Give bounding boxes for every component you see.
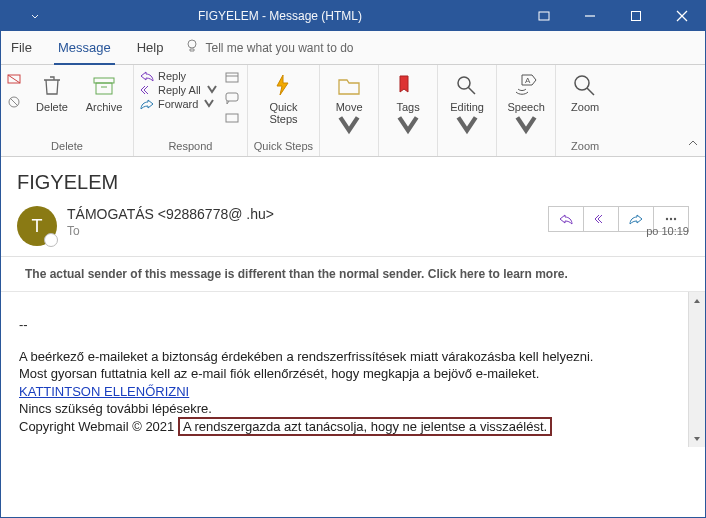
ribbon-group-tags: Tags bbox=[379, 65, 438, 156]
sender-avatar[interactable]: T bbox=[17, 206, 57, 246]
tags-label: Tags bbox=[385, 101, 431, 141]
body-p3: Nincs szükség további lépésekre. bbox=[19, 400, 674, 418]
reply-all-button[interactable]: Reply All bbox=[140, 84, 219, 96]
delete-label: Delete bbox=[36, 101, 68, 113]
ribbon-tabs: File Message Help Tell me what you want … bbox=[1, 31, 705, 65]
tab-help[interactable]: Help bbox=[133, 31, 168, 64]
tell-me-placeholder: Tell me what you want to do bbox=[205, 41, 353, 55]
message-subject: FIGYELEM bbox=[17, 171, 689, 194]
svg-rect-11 bbox=[94, 78, 114, 83]
close-button[interactable] bbox=[659, 1, 705, 31]
body-copyright: Copyright Webmail © 2021 A rendszergazda… bbox=[19, 418, 674, 436]
body-p1: A beérkező e-maileket a biztonság érdeké… bbox=[19, 348, 674, 366]
forward-button[interactable]: Forward bbox=[140, 98, 219, 110]
junk-icon[interactable] bbox=[7, 95, 23, 112]
respond-extra-column bbox=[225, 68, 241, 129]
window-controls bbox=[521, 1, 705, 31]
message-body-wrap: -- A beérkező e-maileket a biztonság érd… bbox=[1, 291, 705, 447]
archive-label: Archive bbox=[86, 101, 123, 113]
delete-button[interactable]: Delete bbox=[29, 68, 75, 113]
body-boxed-warning: A rendszergazda azt tanácsolja, hogy ne … bbox=[178, 417, 552, 436]
ribbon-group-editing: Editing bbox=[438, 65, 497, 156]
qat-dropdown-icon[interactable] bbox=[31, 9, 39, 23]
svg-point-24 bbox=[674, 218, 676, 220]
forward-label: Forward bbox=[158, 98, 198, 110]
message-header: FIGYELEM T TÁMOGATÁS <92886778@ .hu> To … bbox=[1, 157, 705, 257]
restore-down-extra-icon[interactable] bbox=[521, 1, 567, 31]
ribbon-group-move: Move bbox=[320, 65, 379, 156]
ignore-icon[interactable] bbox=[7, 72, 23, 89]
svg-rect-3 bbox=[632, 12, 641, 21]
group-label-speech bbox=[525, 141, 528, 155]
im-icon[interactable] bbox=[225, 91, 241, 108]
header-reply-all-button[interactable] bbox=[583, 206, 619, 232]
quick-access-toolbar bbox=[7, 9, 39, 23]
svg-line-18 bbox=[468, 87, 475, 94]
editing-label: Editing bbox=[444, 101, 490, 141]
meeting-icon[interactable] bbox=[225, 70, 241, 87]
editing-button[interactable]: Editing bbox=[444, 68, 490, 141]
quick-steps-label: Quick Steps bbox=[269, 101, 297, 125]
group-label-tags bbox=[407, 141, 410, 155]
svg-point-22 bbox=[666, 218, 668, 220]
tags-button[interactable]: Tags bbox=[385, 68, 431, 141]
minimize-button[interactable] bbox=[567, 1, 613, 31]
svg-line-10 bbox=[10, 98, 18, 106]
svg-rect-12 bbox=[96, 83, 112, 94]
group-label-editing bbox=[466, 141, 469, 155]
svg-rect-16 bbox=[226, 114, 238, 122]
collapse-ribbon-icon[interactable] bbox=[687, 137, 699, 152]
reply-all-label: Reply All bbox=[158, 84, 201, 96]
group-label-delete: Delete bbox=[51, 140, 83, 154]
zoom-button[interactable]: Zoom bbox=[562, 68, 608, 113]
ribbon-group-quicksteps: Quick Steps Quick Steps bbox=[248, 65, 320, 156]
svg-point-6 bbox=[188, 40, 196, 48]
lightbulb-icon bbox=[185, 38, 199, 57]
speech-label: Speech bbox=[503, 101, 549, 141]
ribbon: Delete Archive Delete Reply Reply All bbox=[1, 65, 705, 157]
ribbon-group-respond: Reply Reply All Forward Respond bbox=[134, 65, 248, 156]
svg-text:A: A bbox=[525, 76, 531, 85]
move-button[interactable]: Move bbox=[326, 68, 372, 141]
svg-rect-15 bbox=[226, 93, 238, 101]
message-timestamp: po 10:19 bbox=[646, 225, 689, 237]
move-label: Move bbox=[326, 101, 372, 141]
svg-point-23 bbox=[670, 218, 672, 220]
reply-button[interactable]: Reply bbox=[140, 70, 219, 82]
reply-label: Reply bbox=[158, 70, 186, 82]
group-label-quicksteps: Quick Steps bbox=[254, 140, 313, 154]
body-p2: Most gyorsan futtatnia kell az e-mail fi… bbox=[19, 365, 674, 383]
scroll-track[interactable] bbox=[689, 309, 705, 430]
ribbon-group-zoom: Zoom Zoom bbox=[556, 65, 614, 156]
svg-rect-14 bbox=[226, 73, 238, 82]
tell-me-search[interactable]: Tell me what you want to do bbox=[185, 38, 353, 57]
security-infobar[interactable]: The actual sender of this message is dif… bbox=[1, 257, 705, 291]
maximize-button[interactable] bbox=[613, 1, 659, 31]
vertical-scrollbar[interactable] bbox=[688, 292, 705, 447]
scroll-up-icon[interactable] bbox=[689, 292, 705, 309]
svg-rect-1 bbox=[539, 12, 549, 20]
group-label-move bbox=[348, 141, 351, 155]
svg-line-21 bbox=[587, 88, 594, 95]
titlebar: FIGYELEM - Message (HTML) bbox=[1, 1, 705, 31]
header-reply-button[interactable] bbox=[548, 206, 584, 232]
ribbon-group-delete: Delete Archive Delete bbox=[1, 65, 134, 156]
sender-from: TÁMOGATÁS <92886778@ .hu> bbox=[67, 206, 548, 222]
body-dashes: -- bbox=[19, 316, 674, 334]
archive-button[interactable]: Archive bbox=[81, 68, 127, 113]
more-respond-icon[interactable] bbox=[225, 112, 241, 129]
tab-file[interactable]: File bbox=[7, 31, 36, 64]
message-body: -- A beérkező e-maileket a biztonság érd… bbox=[1, 292, 688, 447]
tab-message[interactable]: Message bbox=[54, 32, 115, 65]
junk-column bbox=[7, 68, 23, 112]
zoom-label: Zoom bbox=[571, 101, 599, 113]
recipient-to: To bbox=[67, 224, 548, 238]
ribbon-group-speech: A Speech bbox=[497, 65, 556, 156]
body-link[interactable]: KATTINTSON ELLENŐRIZNI bbox=[19, 384, 189, 399]
window-title: FIGYELEM - Message (HTML) bbox=[39, 9, 521, 23]
quick-steps-button[interactable]: Quick Steps bbox=[260, 68, 306, 125]
group-label-respond: Respond bbox=[168, 140, 212, 154]
speech-button[interactable]: A Speech bbox=[503, 68, 549, 141]
svg-line-8 bbox=[8, 75, 20, 83]
scroll-down-icon[interactable] bbox=[689, 430, 705, 447]
